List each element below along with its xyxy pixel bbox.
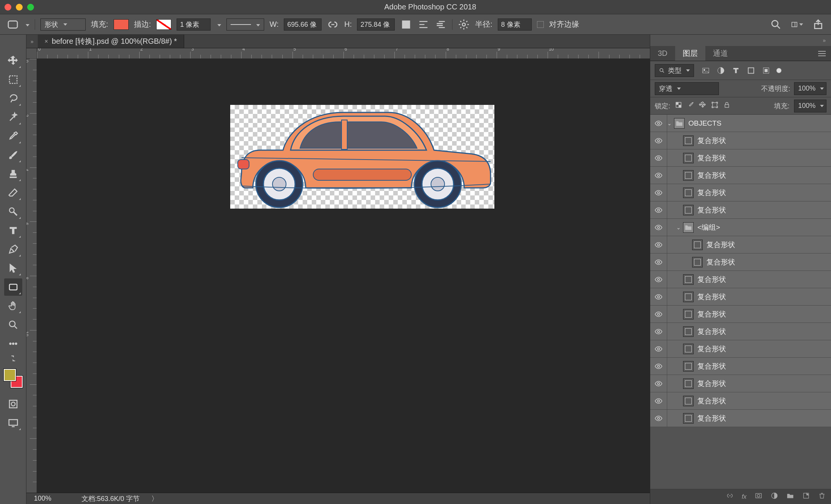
layer-row[interactable]: 复合形状 bbox=[650, 358, 831, 375]
stroke-type-dropdown[interactable] bbox=[226, 18, 264, 31]
layer-thumbnail[interactable] bbox=[692, 257, 703, 267]
quick-mask-button[interactable] bbox=[4, 395, 22, 413]
current-tool-icon[interactable] bbox=[7, 18, 19, 31]
link-wh-icon[interactable] bbox=[327, 18, 339, 31]
lock-image-icon[interactable] bbox=[687, 101, 694, 111]
layer-thumbnail[interactable] bbox=[683, 326, 694, 337]
layer-visibility-icon[interactable] bbox=[650, 293, 667, 301]
toolbar-grip[interactable] bbox=[6, 46, 20, 50]
layer-visibility-icon[interactable] bbox=[650, 275, 667, 284]
layer-visibility-icon[interactable] bbox=[650, 223, 667, 232]
layer-row[interactable]: 复合形状 bbox=[650, 306, 831, 323]
rectangle-tool[interactable] bbox=[4, 278, 22, 296]
layer-name[interactable]: 复合形状 bbox=[697, 379, 726, 389]
layer-visibility-icon[interactable] bbox=[650, 345, 667, 353]
layer-visibility-icon[interactable] bbox=[650, 327, 667, 336]
path-alignment-icon[interactable] bbox=[417, 18, 429, 31]
zoom-tool[interactable] bbox=[4, 316, 22, 333]
layer-fx-icon[interactable]: fx bbox=[742, 493, 746, 500]
layer-thumbnail[interactable] bbox=[683, 135, 694, 146]
layer-visibility-icon[interactable] bbox=[650, 258, 667, 266]
shape-mode-dropdown[interactable]: 形状 bbox=[40, 18, 86, 31]
close-window-button[interactable] bbox=[5, 4, 11, 11]
new-group-icon[interactable] bbox=[786, 492, 794, 501]
brush-tool[interactable] bbox=[4, 146, 22, 164]
filter-pixel-icon[interactable] bbox=[701, 66, 711, 75]
layer-visibility-icon[interactable] bbox=[650, 171, 667, 180]
layer-row[interactable]: 复合形状 bbox=[650, 340, 831, 358]
new-adjustment-icon[interactable] bbox=[771, 492, 778, 501]
layer-thumbnail[interactable] bbox=[683, 292, 694, 302]
layer-thumbnail[interactable] bbox=[683, 205, 694, 215]
stroke-width-input[interactable]: 1 像素 bbox=[177, 18, 211, 31]
layer-name[interactable]: <编组> bbox=[697, 223, 720, 232]
eraser-tool[interactable] bbox=[4, 184, 22, 201]
vertical-ruler[interactable]: 0246810 bbox=[26, 59, 37, 493]
tab-channels[interactable]: 通道 bbox=[705, 46, 736, 61]
layer-row[interactable]: 复合形状 bbox=[650, 375, 831, 392]
radius-input[interactable]: 8 像素 bbox=[498, 18, 532, 31]
path-operations-icon[interactable] bbox=[400, 18, 412, 31]
layer-name[interactable]: 复合形状 bbox=[706, 240, 735, 250]
filter-toggle[interactable] bbox=[776, 68, 782, 73]
type-tool[interactable] bbox=[4, 222, 22, 239]
layer-thumbnail[interactable] bbox=[683, 344, 694, 354]
swap-colors-icon[interactable] bbox=[4, 354, 22, 363]
layer-row[interactable]: ⌄OBJECTS bbox=[650, 115, 831, 132]
layer-thumbnail[interactable] bbox=[683, 413, 694, 424]
stroke-swatch[interactable] bbox=[156, 19, 171, 30]
layer-name[interactable]: 复合形状 bbox=[697, 396, 726, 406]
minimize-window-button[interactable] bbox=[16, 4, 23, 11]
search-icon[interactable] bbox=[770, 18, 782, 31]
layer-name[interactable]: 复合形状 bbox=[697, 205, 726, 215]
layer-thumbnail[interactable] bbox=[683, 396, 694, 406]
filter-shape-icon[interactable] bbox=[746, 66, 756, 75]
magic-wand-tool[interactable] bbox=[4, 109, 22, 126]
fill-swatch[interactable] bbox=[114, 19, 129, 30]
layer-row[interactable]: 复合形状 bbox=[650, 184, 831, 201]
ruler-origin[interactable] bbox=[26, 48, 37, 59]
layer-visibility-icon[interactable] bbox=[650, 414, 667, 423]
layer-name[interactable]: 复合形状 bbox=[706, 257, 735, 267]
maximize-window-button[interactable] bbox=[27, 4, 34, 11]
layer-visibility-icon[interactable] bbox=[650, 154, 667, 162]
filter-type-icon[interactable] bbox=[731, 66, 741, 75]
edit-toolbar-button[interactable] bbox=[4, 335, 22, 352]
layer-thumbnail[interactable] bbox=[683, 187, 694, 198]
collapse-panels-icon[interactable]: » bbox=[650, 35, 831, 46]
layer-thumbnail[interactable] bbox=[683, 309, 694, 320]
layer-thumbnail[interactable] bbox=[683, 378, 694, 389]
layer-row[interactable]: 复合形状 bbox=[650, 392, 831, 410]
layer-name[interactable]: 复合形状 bbox=[697, 171, 726, 180]
layer-name[interactable]: 复合形状 bbox=[697, 292, 726, 302]
layer-thumbnail[interactable] bbox=[692, 240, 703, 250]
layer-row[interactable]: 复合形状 bbox=[650, 323, 831, 340]
layer-row[interactable]: 复合形状 bbox=[650, 271, 831, 288]
document-tab[interactable]: × before [转换].psd @ 100%(RGB/8#) * bbox=[38, 35, 184, 48]
layer-thumbnail[interactable] bbox=[683, 222, 694, 233]
tab-layers[interactable]: 图层 bbox=[675, 46, 705, 61]
layer-thumbnail[interactable] bbox=[674, 118, 685, 129]
move-tool[interactable] bbox=[4, 52, 22, 69]
layer-name[interactable]: 复合形状 bbox=[697, 153, 726, 163]
layer-name[interactable]: 复合形状 bbox=[697, 361, 726, 371]
layer-visibility-icon[interactable] bbox=[650, 206, 667, 214]
layer-name[interactable]: 复合形状 bbox=[697, 327, 726, 337]
align-edges-checkbox[interactable] bbox=[537, 21, 544, 28]
marquee-tool[interactable] bbox=[4, 71, 22, 88]
layer-visibility-icon[interactable] bbox=[650, 137, 667, 145]
tab-3d[interactable]: 3D bbox=[650, 46, 675, 61]
stroke-width-dropdown[interactable] bbox=[216, 20, 221, 28]
layer-thumbnail[interactable] bbox=[683, 153, 694, 163]
filter-smartobject-icon[interactable] bbox=[761, 66, 771, 75]
layer-thumbnail[interactable] bbox=[683, 170, 694, 181]
foreground-color-swatch[interactable] bbox=[4, 369, 16, 381]
layer-row[interactable]: ⌄<编组> bbox=[650, 219, 831, 236]
layer-name[interactable]: 复合形状 bbox=[697, 136, 726, 146]
dodge-tool[interactable] bbox=[4, 203, 22, 220]
lock-position-icon[interactable] bbox=[699, 101, 706, 111]
workspace-switcher[interactable] bbox=[791, 18, 803, 31]
layer-name[interactable]: 复合形状 bbox=[697, 413, 726, 423]
document-info[interactable]: 文档:563.6K/0 字节 bbox=[82, 494, 140, 503]
delete-layer-icon[interactable] bbox=[818, 492, 826, 501]
